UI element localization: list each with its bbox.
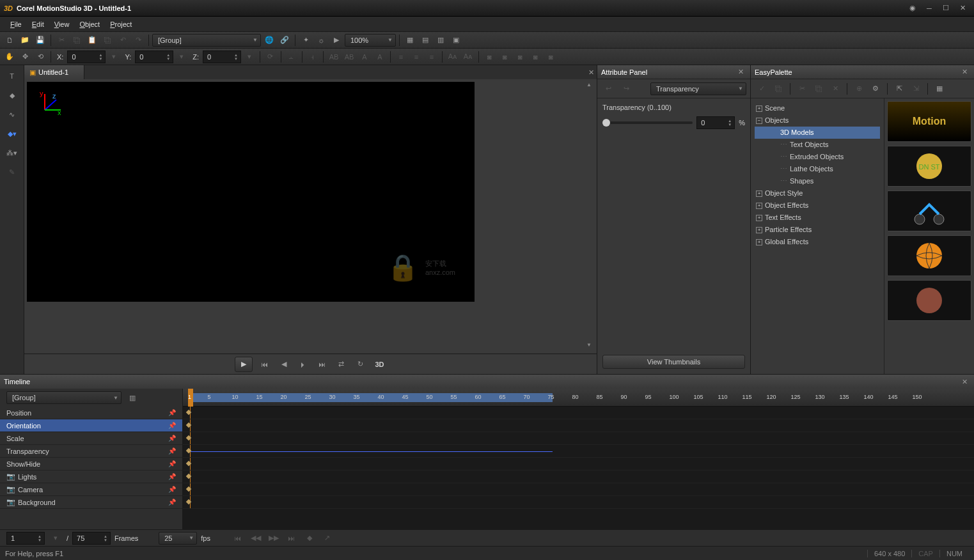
tree-scene[interactable]: +Scene xyxy=(755,102,880,114)
thumbnail-item[interactable] xyxy=(887,191,971,231)
timeline-area[interactable]: 1 51015202530354045505560657075808590951… xyxy=(183,389,974,529)
tree-particle-effects[interactable]: +Particle Effects xyxy=(755,224,880,236)
align1-icon[interactable]: ⫠ xyxy=(285,50,299,64)
copy-icon[interactable]: ⿻ xyxy=(70,33,84,47)
ep-paste-icon[interactable]: ⿻ xyxy=(812,82,826,96)
stereo-3d-button[interactable]: 3D xyxy=(373,357,387,371)
align2-icon[interactable]: ⫞ xyxy=(306,50,320,64)
particle-tool-icon[interactable]: ⁂▾ xyxy=(3,144,21,161)
tree-text-effects[interactable]: +Text Effects xyxy=(755,212,880,224)
loop-icon[interactable]: ⇄ xyxy=(334,357,349,371)
text2-icon[interactable]: AB xyxy=(342,50,356,64)
x-input[interactable]: ▲▼ xyxy=(67,51,106,63)
edit-tool-icon[interactable]: ✎ xyxy=(3,164,21,180)
timeline-track-show-hide[interactable]: Show/Hide📌 xyxy=(0,458,182,471)
group-combo[interactable]: [Group]▼ xyxy=(152,34,261,47)
close-button[interactable]: ✕ xyxy=(955,3,970,14)
text1-icon[interactable]: AB xyxy=(327,50,341,64)
thumbnail-item[interactable] xyxy=(887,280,971,321)
key-share-icon[interactable]: ↗ xyxy=(320,531,334,545)
timeline-track-background[interactable]: 📷Background📌 xyxy=(0,496,182,509)
bulb-icon[interactable]: ☼ xyxy=(314,33,328,47)
align-left-icon[interactable]: ≡ xyxy=(394,50,408,64)
cam1-icon[interactable]: ◙ xyxy=(482,50,496,64)
primitive-tool-icon[interactable]: ◆▾ xyxy=(3,125,21,142)
fps-combo[interactable]: 25▼ xyxy=(159,532,197,545)
layout2-icon[interactable]: ▤ xyxy=(418,33,432,47)
y-dropdown-icon[interactable]: ▾ xyxy=(175,50,189,64)
thumbnail-item[interactable]: Motion xyxy=(887,101,971,142)
viewport-tab[interactable]: ▣ Untitled-1 xyxy=(24,65,84,79)
z-dropdown-icon[interactable]: ▾ xyxy=(242,50,256,64)
text4-icon[interactable]: A xyxy=(373,50,387,64)
ep-grid-icon[interactable]: ▦ xyxy=(932,82,947,96)
new-icon[interactable]: 🗋 xyxy=(3,33,17,47)
view-thumbnails-button[interactable]: View Thumbnails xyxy=(602,355,745,369)
layout1-icon[interactable]: ▦ xyxy=(403,33,417,47)
key-prev-icon[interactable]: ⏮ xyxy=(231,531,245,545)
play-preview-icon[interactable]: ▶ xyxy=(329,33,343,47)
viewport[interactable]: y z x 🔒安下载anxz.com ▲▼ xyxy=(24,79,597,354)
viewport-close-icon[interactable]: ✕ xyxy=(585,68,597,77)
attr-next-icon[interactable]: ↪ xyxy=(619,82,633,96)
open-icon[interactable]: 📁 xyxy=(18,33,32,47)
tree-extruded[interactable]: ⋯Extruded Objects xyxy=(755,151,880,163)
timeline-ruler[interactable]: 1 51015202530354045505560657075808590951… xyxy=(183,389,974,407)
cut-icon[interactable]: ✂ xyxy=(54,33,68,47)
transparency-slider[interactable] xyxy=(602,121,693,124)
text-tool-icon[interactable]: T xyxy=(3,68,21,84)
ep-gear-icon[interactable]: ⚙ xyxy=(868,82,883,96)
key-add-icon[interactable]: ◆ xyxy=(302,531,317,545)
save-icon[interactable]: 💾 xyxy=(33,33,47,47)
duplicate-icon[interactable]: ⿻ xyxy=(100,33,114,47)
link-icon[interactable]: 🔗 xyxy=(278,33,292,47)
tree-object-effects[interactable]: +Object Effects xyxy=(755,199,880,212)
move-icon[interactable]: ✥ xyxy=(18,50,32,64)
ep-cut-icon[interactable]: ✂ xyxy=(795,82,809,96)
thumbnail-item[interactable] xyxy=(887,235,971,276)
cam4-icon[interactable]: ◙ xyxy=(528,50,542,64)
current-frame-input[interactable]: ▲▼ xyxy=(6,532,45,545)
timeline-track-lights[interactable]: 📷Lights📌 xyxy=(0,471,182,483)
undo-icon[interactable]: ↶ xyxy=(116,33,130,47)
cam2-icon[interactable]: ◙ xyxy=(498,50,512,64)
text3-icon[interactable]: A xyxy=(357,50,372,64)
attribute-close-icon[interactable]: ✕ xyxy=(735,68,746,76)
play-button[interactable]: ▶ xyxy=(235,357,253,372)
ep-copy-icon[interactable]: ⿻ xyxy=(771,82,785,96)
rotate-icon[interactable]: ⟲ xyxy=(33,50,47,64)
repeat-icon[interactable]: ↻ xyxy=(354,357,368,371)
size-icon[interactable]: Aᴀ xyxy=(446,50,460,64)
minimize-button[interactable]: ─ xyxy=(922,3,937,14)
menu-project[interactable]: Project xyxy=(105,19,137,29)
align-right-icon[interactable]: ≡ xyxy=(425,50,439,64)
attr-prev-icon[interactable]: ↩ xyxy=(601,82,615,96)
wand-icon[interactable]: ✦ xyxy=(299,33,313,47)
ep-add-icon[interactable]: ⊕ xyxy=(852,82,866,96)
next-frame-icon[interactable]: ⏵ xyxy=(296,357,310,371)
viewport-scrollbar[interactable]: ▲▼ xyxy=(584,82,594,351)
tree-global-effects[interactable]: +Global Effects xyxy=(755,236,880,248)
menu-view[interactable]: View xyxy=(49,19,75,29)
timeline-group-combo[interactable]: [Group]▼ xyxy=(6,391,122,404)
tree-lathe[interactable]: ⋯Lathe Objects xyxy=(755,163,880,175)
key-back-icon[interactable]: ◀◀ xyxy=(249,531,263,545)
tree-3d-models[interactable]: 3D Models xyxy=(755,127,880,139)
refresh-icon[interactable]: ⟳ xyxy=(263,50,278,64)
timeline-track-position[interactable]: Position📌 xyxy=(0,407,182,419)
transparency-input[interactable]: ▲▼ xyxy=(696,116,735,129)
tree-shapes[interactable]: ⋯Shapes xyxy=(755,175,880,187)
attribute-combo[interactable]: Transparency▼ xyxy=(650,82,746,95)
key-fwd-icon[interactable]: ▶▶ xyxy=(267,531,281,545)
easypalette-close-icon[interactable]: ✕ xyxy=(959,68,970,76)
tree-object-style[interactable]: +Object Style xyxy=(755,187,880,199)
cam5-icon[interactable]: ◙ xyxy=(544,50,558,64)
goto-end-icon[interactable]: ⏭ xyxy=(315,357,329,371)
goto-start-icon[interactable]: ⏮ xyxy=(258,357,272,371)
tree-text-objects[interactable]: ⋯Text Objects xyxy=(755,139,880,151)
frame-dropdown-icon[interactable]: ▾ xyxy=(49,531,63,545)
z-input[interactable]: ▲▼ xyxy=(203,51,241,63)
ep-check-icon[interactable]: ✓ xyxy=(755,82,769,96)
timeline-track-orientation[interactable]: Orientation📌 xyxy=(0,419,182,432)
path-tool-icon[interactable]: ∿ xyxy=(3,106,21,123)
